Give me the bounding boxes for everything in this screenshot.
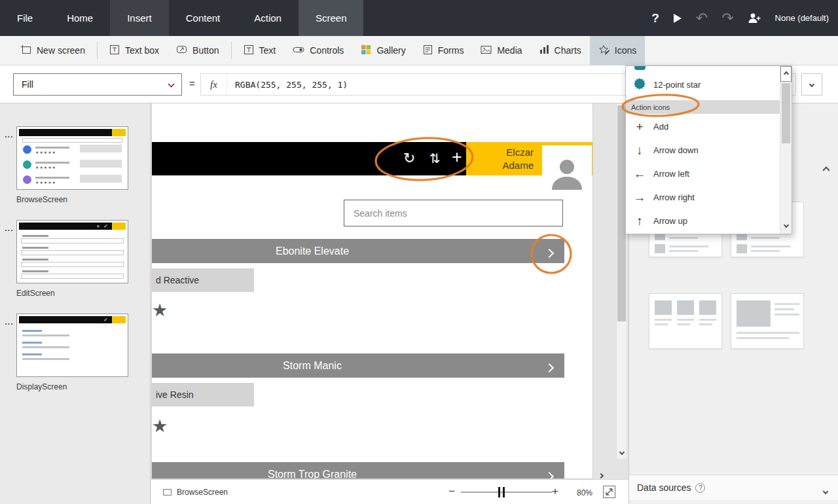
image-placeholder — [655, 300, 672, 315]
menu-action[interactable]: Action — [237, 0, 299, 36]
text-placeholder — [669, 245, 708, 247]
flyout-item-arrow-left[interactable]: ← Arrow left — [626, 162, 780, 185]
property-dropdown-value: Fill — [22, 79, 33, 90]
menu-screen[interactable]: Screen — [299, 0, 364, 36]
help-icon[interactable]: ? — [651, 11, 659, 26]
charts-button[interactable]: Charts — [531, 36, 590, 65]
chevron-right-icon[interactable] — [546, 247, 553, 259]
image-placeholder — [677, 300, 694, 315]
screen-options-menu[interactable]: ... — [5, 130, 14, 139]
add-icon[interactable]: + — [452, 149, 462, 166]
formula-bar-expand-button[interactable] — [801, 73, 822, 96]
help-icon[interactable]: ? — [695, 483, 705, 493]
gallery-tag-1[interactable]: d Reactive — [152, 268, 254, 292]
text-button[interactable]: Text — [235, 36, 285, 65]
twelve-point-star-icon — [632, 77, 647, 92]
text-box-icon — [109, 45, 120, 57]
chevron-right-icon[interactable] — [546, 471, 553, 478]
thumb-line — [22, 330, 42, 332]
media-icon — [481, 45, 492, 56]
refresh-icon[interactable]: ↻ — [403, 151, 415, 166]
chevron-down-icon[interactable] — [824, 484, 828, 496]
screen-thumbnail-browse[interactable]: ★★★★★ ★★★★★ ★★★★★ — [16, 126, 128, 190]
scrollbar-thumb[interactable] — [782, 83, 790, 143]
text-placeholder — [751, 250, 780, 252]
current-screen-label: BrowseScreen — [177, 488, 228, 497]
property-dropdown[interactable]: Fill — [13, 73, 182, 96]
thumb-header — [19, 129, 126, 136]
star-rating-icon[interactable]: ★ — [152, 418, 168, 435]
app-preview[interactable]: ↻ ⇅ + Elczar Adame Ebonite Elevate d Rea… — [152, 103, 592, 478]
flyout-item-12-point-star[interactable]: 12-point star — [626, 73, 780, 96]
play-icon[interactable] — [673, 13, 682, 24]
layout-template-card[interactable] — [731, 293, 804, 349]
flyout-item-add[interactable]: + Add — [626, 115, 780, 138]
zoom-in-button[interactable]: + — [549, 485, 562, 498]
screen-thumbnail-display[interactable]: ✓ — [16, 314, 128, 377]
chevron-right-icon[interactable] — [546, 362, 553, 374]
fit-to-window-button[interactable] — [603, 486, 615, 498]
new-screen-button[interactable]: New screen — [12, 36, 94, 65]
new-screen-label: New screen — [37, 45, 85, 56]
new-screen-icon — [20, 44, 31, 57]
zoom-slider-track[interactable] — [461, 492, 553, 493]
text-placeholder — [655, 323, 668, 325]
zoom-slider-handle[interactable] — [498, 487, 505, 497]
chevron-down-icon — [809, 82, 814, 87]
titlebar: File Home Insert Content Action Screen ?… — [0, 0, 838, 36]
media-button[interactable]: Media — [472, 36, 530, 65]
arrow-up-icon: ↑ — [632, 215, 647, 227]
button-button[interactable]: Button — [168, 36, 227, 65]
controls-button[interactable]: Controls — [284, 36, 352, 65]
screen-name-browse: BrowseScreen — [16, 195, 67, 204]
account-label[interactable]: None (default) — [775, 13, 829, 23]
flyout-section-header: Action icons — [626, 100, 780, 114]
undo-icon[interactable]: ↶ — [696, 11, 708, 26]
gallery-row-1[interactable]: Ebonite Elevate — [152, 239, 564, 263]
layout-template-card[interactable] — [649, 293, 722, 349]
redo-icon[interactable]: ↷ — [721, 11, 733, 26]
avatar[interactable] — [542, 145, 592, 190]
scroll-down-button[interactable] — [780, 218, 792, 232]
collapse-panel-button[interactable] — [824, 164, 829, 175]
text-placeholder — [669, 237, 698, 239]
icons-icon — [598, 45, 610, 57]
menu-content[interactable]: Content — [169, 0, 238, 36]
account-icon[interactable] — [748, 12, 761, 24]
thumb-line — [22, 235, 48, 237]
menu-home[interactable]: Home — [50, 0, 110, 36]
menu-file[interactable]: File — [0, 0, 50, 36]
flyout-item-arrow-right[interactable]: → Arrow right — [626, 185, 780, 209]
chevron-right-glyph — [545, 249, 554, 258]
scroll-down-button[interactable] — [617, 446, 627, 459]
forms-button[interactable]: Forms — [414, 36, 473, 65]
gallery-button[interactable]: Gallery — [352, 36, 414, 65]
gallery-tag-2[interactable]: ive Resin — [152, 383, 254, 406]
icons-button[interactable]: Icons — [590, 36, 645, 65]
gallery-row-2[interactable]: Storm Manic — [152, 353, 564, 378]
flyout-item-arrow-up[interactable]: ↑ Arrow up — [626, 209, 780, 232]
chevron-right-glyph — [545, 363, 554, 372]
zoom-out-button[interactable]: − — [445, 485, 458, 498]
data-sources-bar[interactable]: Data sources ? — [629, 475, 838, 500]
star-rating-icon[interactable]: ★ — [152, 302, 168, 319]
search-input[interactable] — [344, 200, 563, 226]
screen-thumbnail-edit[interactable]: × ✓ — [16, 220, 128, 283]
charts-icon — [539, 45, 549, 56]
screen-options-menu[interactable]: ... — [5, 317, 14, 327]
text-placeholder — [774, 308, 794, 310]
flyout-item-arrow-down[interactable]: ↓ Arrow down — [626, 138, 780, 162]
flyout-item-label: Add — [653, 122, 668, 132]
scroll-up-button[interactable] — [780, 66, 792, 82]
sort-icon[interactable]: ⇅ — [429, 152, 441, 165]
flyout-scrollbar[interactable] — [780, 66, 792, 234]
thumb-line — [22, 353, 42, 355]
menu-insert[interactable]: Insert — [110, 0, 169, 36]
chevron-down-glyph — [823, 489, 828, 494]
thumb-line — [22, 270, 48, 272]
gallery-row-3[interactable]: Storm Trop Granite — [152, 462, 564, 478]
text-box-button[interactable]: Text box — [101, 36, 168, 65]
app-header[interactable]: ↻ ⇅ + Elczar Adame — [152, 142, 592, 175]
screen-options-menu[interactable]: ... — [5, 223, 14, 233]
expand-icon — [605, 488, 613, 496]
